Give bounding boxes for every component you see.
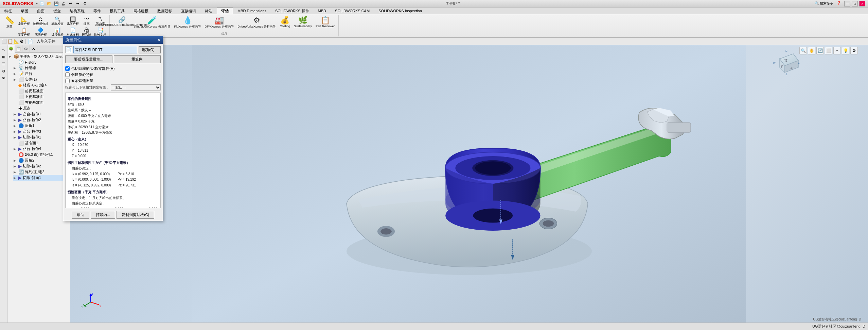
tree-fillet1[interactable]: ▶ 🔵 圆角1	[13, 123, 69, 129]
vp-fit-btn[interactable]: ⬜	[825, 47, 832, 54]
lpt-prop-tab[interactable]: 📋	[15, 45, 22, 53]
close-button[interactable]: ✕	[859, 1, 865, 6]
tree-front-plane[interactable]: ⬜ 前视基准面	[13, 88, 69, 94]
tab-tezheng[interactable]: 特征	[0, 7, 16, 14]
vp-light-btn[interactable]: 💡	[842, 47, 849, 54]
curve-btn[interactable]: 〰曲率	[81, 16, 92, 27]
tb2-icon5[interactable]: 📄	[28, 39, 33, 44]
tab-qumian[interactable]: 曲面	[33, 7, 49, 14]
thickness-analysis-btn[interactable]: 📋厚度分析	[17, 27, 31, 37]
sustainability-btn[interactable]: 🌿 Sustainability	[293, 16, 313, 29]
tab-pinggu[interactable]: 评估	[217, 7, 233, 14]
viewport[interactable]: 顶 前 右 N S W E 🔍 ✋ 🔄	[70, 45, 868, 323]
driveworks-btn[interactable]: ⚙ DriveWorksXpress 分析向导	[236, 16, 278, 30]
minimize-button[interactable]: —	[844, 1, 850, 6]
measure-tool-btn[interactable]: 📏 测量	[3, 16, 16, 30]
tree-cut2[interactable]: ▶ ▶ 切除-拉伸2	[13, 163, 69, 169]
tab-shuju[interactable]: 数据迁移	[153, 7, 177, 14]
new-file-icon[interactable]: 📄	[39, 1, 45, 7]
save-icon[interactable]: 💾	[53, 1, 59, 7]
help-button[interactable]: 帮助	[72, 211, 89, 219]
tree-annotations[interactable]: ▶ 📝 注解	[13, 71, 69, 77]
tab-mbd[interactable]: MBD	[314, 7, 331, 14]
draft-analysis-btn[interactable]: 📊拔模分析	[50, 27, 65, 37]
lv-grid-icon[interactable]: ⊞	[1, 54, 7, 60]
floxpress-btn[interactable]: 💧 FloXpress 分析向导	[173, 16, 202, 30]
tb2-icon1[interactable]: ⬜	[1, 39, 7, 44]
report-coord-select[interactable]: -- 默认 --	[111, 84, 161, 90]
tab-caotu[interactable]: 草图	[16, 7, 33, 14]
tab-sw-plugin[interactable]: SOLIDWORKS 插件	[271, 7, 314, 14]
simxpress-btn[interactable]: 🧪 SimulationXpress 分析向导	[132, 16, 172, 30]
lpt-tree-tab[interactable]: 🌳	[7, 45, 15, 53]
vp-rotate-btn[interactable]: 🔄	[816, 47, 824, 54]
options-icon[interactable]: ⚙	[82, 1, 88, 7]
part-reviewer-btn[interactable]: 📋 Part Reviewer	[314, 16, 336, 29]
vp-pan-btn[interactable]: ✋	[808, 47, 815, 54]
dfmxpress-btn[interactable]: 🏭 DFMXpress 分析向导	[203, 16, 235, 30]
tree-boss3[interactable]: ▶ ▶ 凸台-拉伸3	[13, 129, 69, 134]
tree-cut-bevel1[interactable]: ▶ ▶ 切除-斜面1	[13, 175, 69, 181]
recalc-button[interactable]: 重算内	[114, 55, 161, 63]
tree-boss1[interactable]: ▶ ▶ 凸台-拉伸1	[13, 111, 69, 117]
lv-config-icon[interactable]: ⚙	[1, 68, 7, 74]
tree-boss4[interactable]: ▶ ▶ 凸台-拉伸4	[13, 146, 69, 152]
open-file-icon[interactable]: 📂	[46, 1, 52, 7]
tab-banjin[interactable]: 钣金	[49, 7, 65, 14]
tab-moju[interactable]: 模具工具	[105, 7, 129, 14]
tree-cut1[interactable]: ▶ ▶ 切除-拉伸1	[13, 134, 69, 140]
template-analysis-btn[interactable]: ⚖按模板分析	[32, 16, 49, 27]
tree-material[interactable]: ◆ 材质 <未指定>	[13, 82, 69, 88]
tab-sw-inspection[interactable]: SOLIDWORKS Inspection	[374, 7, 426, 14]
include-hidden-checkbox[interactable]	[65, 66, 70, 71]
tree-body[interactable]: ▶ ⬜ 实体(1)	[13, 77, 69, 82]
tb2-icon3[interactable]: 📐	[14, 39, 19, 44]
create-cog-checkbox[interactable]	[65, 72, 70, 77]
viewcube[interactable]: 顶 前 右 N S W E	[773, 49, 800, 76]
lpt-display-tab[interactable]: 👁	[30, 45, 37, 53]
help-icon[interactable]: ❓	[837, 1, 841, 6]
redo-icon[interactable]: ↪	[75, 1, 81, 7]
tab-biaozhu[interactable]: 标注	[200, 7, 217, 14]
vp-zoom-btn[interactable]: 🔍	[799, 47, 807, 54]
tb2-icon4[interactable]: ⚙	[20, 39, 24, 44]
show-weld-checkbox[interactable]	[65, 79, 70, 83]
tree-fillet2[interactable]: ▶ 🔵 圆角2	[13, 158, 69, 163]
dialog-close-button[interactable]: ✕	[157, 37, 161, 43]
maximize-button[interactable]: □	[852, 1, 858, 6]
lv-arrow-icon[interactable]: ↖	[1, 47, 7, 53]
read-analysis-btn[interactable]: 📐读量分析	[17, 16, 31, 27]
mass-props-button[interactable]: 要质质显量属性...	[65, 55, 112, 63]
undercut-analysis-btn[interactable]: 🔷底切分析	[32, 27, 49, 37]
tree-history[interactable]: 🕐 History	[13, 59, 69, 65]
tree-boss2[interactable]: ▶ ▶ 凸台-拉伸2	[13, 117, 69, 123]
vp-settings-btn[interactable]: ⚙	[850, 47, 858, 54]
undo-icon[interactable]: ↩	[68, 1, 74, 7]
enter-sketch[interactable]: 入草入子件	[37, 39, 55, 44]
tree-right-plane[interactable]: ⬜ 右视基准面	[13, 100, 69, 105]
tab-mbd-dim[interactable]: MBD Dimensions	[233, 7, 271, 14]
tab-wangge[interactable]: 网格建模	[129, 7, 153, 14]
tb2-icon2[interactable]: 📋	[7, 39, 13, 44]
tree-root[interactable]: ▶ 📦 零件87（默认<<默认>_显示...）	[8, 53, 69, 59]
tab-sw-cam[interactable]: SOLIDWORKS CAM	[331, 7, 374, 14]
copy-clipboard-button[interactable]: 复制到剪贴板(C)	[117, 211, 154, 219]
search-command[interactable]: 🔍 搜索命令	[815, 1, 833, 6]
tab-zhijie[interactable]: 直接编辑	[177, 7, 200, 14]
lv-list-icon[interactable]: ☰	[1, 61, 7, 67]
print-icon[interactable]: 🖨	[60, 1, 67, 7]
tab-lingjian[interactable]: 零件	[89, 7, 105, 14]
tree-plane1[interactable]: ⬜ 基准面1	[13, 140, 69, 146]
file-name-input[interactable]	[73, 46, 137, 53]
tree-sensors[interactable]: ▶ 📡 传感器	[13, 65, 69, 71]
geo-analysis-btn[interactable]: 🔲几何分析	[66, 16, 80, 27]
tree-origin[interactable]: ✚ 原点	[13, 105, 69, 111]
options-button[interactable]: 选项(O)...	[139, 46, 161, 53]
lv-eye-icon[interactable]: 👁	[1, 75, 7, 81]
costing-btn[interactable]: 💰 Costing	[278, 16, 291, 29]
tree-hole1[interactable]: ⭕ Ø5.0 (5) 直径孔1	[13, 152, 69, 158]
vp-section-btn[interactable]: ✂	[833, 47, 841, 54]
3dexp-sim-btn[interactable]: 🔗 3DEXPERIENCE Simulation Connector	[112, 16, 131, 27]
tree-top-plane[interactable]: ⬜ 上视基准面	[13, 94, 69, 100]
sym-check-btn[interactable]: 🔍对称检查	[50, 16, 65, 27]
